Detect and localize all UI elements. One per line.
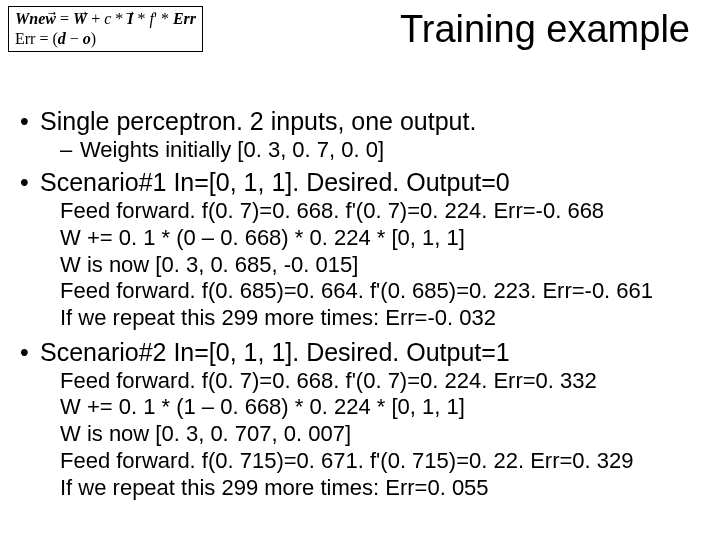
body-line: W += 0. 1 * (0 – 0. 668) * 0. 224 * [0, … bbox=[60, 225, 700, 252]
body-line: Feed forward. f(0. 715)=0. 671. f'(0. 71… bbox=[60, 448, 700, 475]
body-line: W is now [0. 3, 0. 685, -0. 015] bbox=[60, 252, 700, 279]
slide-content: •Single perceptron. 2 inputs, one output… bbox=[20, 107, 700, 502]
bullet-text: Scenario#1 In=[0, 1, 1]. Desired. Output… bbox=[40, 168, 510, 196]
body-block-1: Feed forward. f(0. 7)=0. 668. f'(0. 7)=0… bbox=[60, 198, 700, 332]
bullet-dash-icon: – bbox=[60, 137, 80, 163]
body-block-2: Feed forward. f(0. 7)=0. 668. f'(0. 7)=0… bbox=[60, 368, 700, 502]
bullet-dot-icon: • bbox=[20, 107, 40, 137]
bullet-level2: –Weights initially [0. 3, 0. 7, 0. 0] bbox=[60, 137, 700, 163]
body-line: W is now [0. 3, 0. 707, 0. 007] bbox=[60, 421, 700, 448]
bullet-text: Scenario#2 In=[0, 1, 1]. Desired. Output… bbox=[40, 338, 510, 366]
bullet-dot-icon: • bbox=[20, 338, 40, 368]
body-line: Feed forward. f(0. 7)=0. 668. f'(0. 7)=0… bbox=[60, 198, 700, 225]
body-line: Feed forward. f(0. 7)=0. 668. f'(0. 7)=0… bbox=[60, 368, 700, 395]
formula-line-2: Err = (d − o) bbox=[15, 29, 196, 49]
bullet-text: Weights initially [0. 3, 0. 7, 0. 0] bbox=[80, 137, 384, 162]
formula-line-1: Wnew⃗ = W⃗ + c * I⃗ * f' * Err bbox=[15, 9, 196, 29]
body-line: If we repeat this 299 more times: Err=0.… bbox=[60, 475, 700, 502]
bullet-level1: •Scenario#2 In=[0, 1, 1]. Desired. Outpu… bbox=[20, 338, 700, 368]
formula-box: Wnew⃗ = W⃗ + c * I⃗ * f' * Err Err = (d … bbox=[8, 6, 203, 52]
bullet-level1: •Scenario#1 In=[0, 1, 1]. Desired. Outpu… bbox=[20, 168, 700, 198]
slide: Wnew⃗ = W⃗ + c * I⃗ * f' * Err Err = (d … bbox=[0, 0, 720, 540]
body-line: W += 0. 1 * (1 – 0. 668) * 0. 224 * [0, … bbox=[60, 394, 700, 421]
body-line: Feed forward. f(0. 685)=0. 664. f'(0. 68… bbox=[60, 278, 700, 305]
bullet-text: Single perceptron. 2 inputs, one output. bbox=[40, 107, 476, 135]
bullet-level1: •Single perceptron. 2 inputs, one output… bbox=[20, 107, 700, 137]
bullet-dot-icon: • bbox=[20, 168, 40, 198]
body-line: If we repeat this 299 more times: Err=-0… bbox=[60, 305, 700, 332]
